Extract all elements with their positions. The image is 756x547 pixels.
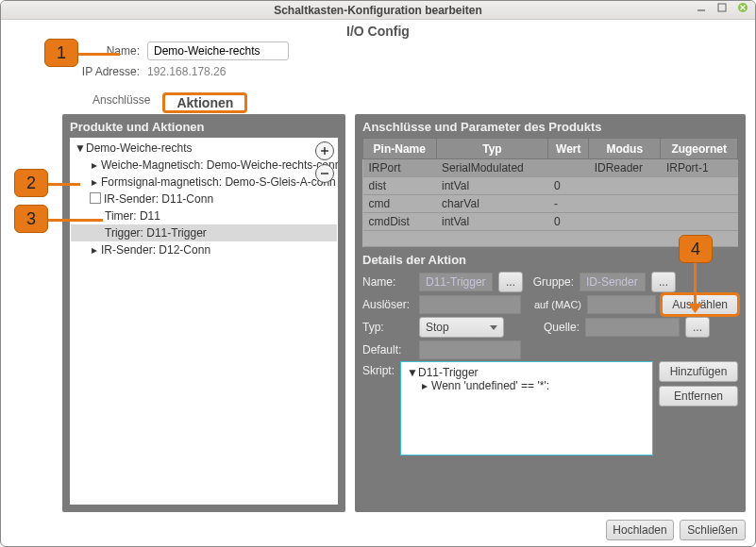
- caret-right-icon: ▸: [420, 379, 429, 392]
- name-browse-button[interactable]: ...: [498, 272, 523, 292]
- add-button[interactable]: [315, 141, 334, 160]
- close-icon[interactable]: [736, 1, 749, 14]
- col-zugeordnet[interactable]: Zugeornet: [661, 139, 738, 159]
- table-row[interactable]: cmdDistintVal0: [363, 213, 738, 231]
- field-default: [419, 340, 521, 359]
- schliessen-button[interactable]: Schließen: [680, 520, 746, 540]
- tree-root[interactable]: ▼Demo-Weiche-rechts: [71, 140, 337, 157]
- caret-down-icon: ▼: [407, 366, 416, 379]
- page-title: I/O Config: [1, 24, 755, 39]
- tree-item-trigger[interactable]: Trigger: D11-Trigger: [71, 224, 337, 241]
- params-table: Pin-Name Typ Wert Modus Zugeornet IRPort…: [362, 138, 738, 247]
- maximize-icon[interactable]: [715, 1, 729, 14]
- col-typ[interactable]: Typ: [436, 139, 548, 159]
- table-row[interactable]: distintVal0: [363, 177, 738, 195]
- callout-1: 1: [44, 39, 78, 67]
- label-ausloeser: Auslöser:: [362, 298, 413, 311]
- quelle-browse-button[interactable]: ...: [685, 317, 710, 338]
- label-default: Default:: [362, 343, 413, 356]
- col-pin[interactable]: Pin-Name: [363, 139, 437, 159]
- table-row[interactable]: cmdcharVal-: [363, 195, 738, 213]
- tree-item-ir-d11[interactable]: IR-Sender: D11-Conn: [71, 191, 337, 207]
- caret-right-icon: ▸: [90, 241, 99, 258]
- col-wert[interactable]: Wert: [548, 139, 589, 159]
- tab-connections[interactable]: Anschlüsse: [81, 88, 161, 110]
- script-editor[interactable]: ▼D11-Trigger ▸Wenn 'undefined' == '*':: [400, 361, 653, 456]
- typ-select[interactable]: Stop: [419, 317, 504, 338]
- label-quelle: Quelle:: [534, 321, 580, 334]
- window-title: Schaltkasten-Konfiguration bearbeiten: [274, 4, 482, 17]
- caret-right-icon: ▸: [90, 157, 99, 174]
- tab-bar: Anschlüsse Aktionen: [81, 88, 755, 110]
- tree-item-timer[interactable]: Timer: D11: [71, 207, 337, 224]
- label-skript: Skript:: [362, 361, 395, 377]
- params-panel: Anschlüsse und Parameter des Produkts Pi…: [355, 114, 746, 512]
- products-panel: Produkte und Aktionen ▼Demo-Weiche-recht…: [62, 114, 345, 512]
- params-title: Anschlüsse und Parameter des Produkts: [362, 120, 738, 134]
- callout-4: 4: [679, 235, 713, 263]
- field-ausloeser: [419, 295, 521, 314]
- ip-value: 192.168.178.26: [147, 65, 226, 78]
- svg-marker-8: [688, 304, 702, 313]
- minimize-icon[interactable]: [695, 1, 708, 14]
- field-quelle: [585, 318, 680, 337]
- products-title: Produkte und Aktionen: [70, 120, 338, 134]
- label-typ: Typ:: [362, 321, 413, 334]
- product-tree[interactable]: ▼Demo-Weiche-rechts ▸Weiche-Magnetisch: …: [70, 138, 338, 505]
- field-name: D11-Trigger: [419, 273, 493, 291]
- tab-actions[interactable]: Aktionen: [165, 90, 244, 116]
- field-gruppe: ID-Sender: [580, 273, 646, 291]
- remove-button[interactable]: [315, 164, 334, 183]
- name-input[interactable]: [147, 41, 289, 60]
- caret-right-icon: ▸: [90, 174, 99, 191]
- field-mac: [587, 295, 656, 314]
- label-name: Name:: [362, 275, 413, 289]
- window: Schaltkasten-Konfiguration bearbeiten I/…: [0, 0, 756, 547]
- titlebar: Schaltkasten-Konfiguration bearbeiten: [1, 1, 755, 20]
- header-form: Name: IP Adresse: 192.168.178.26: [1, 41, 755, 86]
- callout-2: 2: [14, 169, 48, 197]
- tree-item[interactable]: ▸Formsignal-magnetisch: Demo-S-Gleis-A-c…: [71, 174, 337, 191]
- ip-label: IP Adresse:: [1, 65, 147, 78]
- label-gruppe: Gruppe:: [529, 275, 574, 289]
- entfernen-button[interactable]: Entfernen: [659, 386, 738, 406]
- gruppe-browse-button[interactable]: ...: [651, 272, 676, 292]
- hinzufuegen-button[interactable]: Hinzufügen: [659, 361, 738, 382]
- caret-down-icon: ▼: [75, 140, 84, 157]
- callout-3: 3: [14, 205, 48, 233]
- col-modus[interactable]: Modus: [589, 139, 661, 159]
- hochladen-button[interactable]: Hochladen: [606, 520, 674, 540]
- label-aufmac: auf (MAC): [527, 299, 581, 310]
- tree-item[interactable]: ▸IR-Sender: D12-Conn: [71, 241, 337, 258]
- table-row[interactable]: IRPortSerialModulatedIDReaderIRPort-1: [363, 159, 738, 177]
- svg-rect-1: [718, 4, 726, 11]
- tree-item[interactable]: ▸Weiche-Magnetisch: Demo-Weiche-rechts-c…: [71, 157, 337, 174]
